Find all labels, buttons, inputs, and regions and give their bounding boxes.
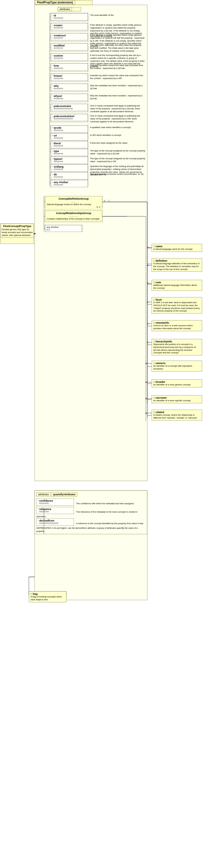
- left-panel: FlextConceptPropType Flexible generic IR…: [1, 223, 34, 238]
- attr-qcode: · qcode · ????????: [51, 125, 88, 133]
- concept-definition: □ definition A natural language definiti…: [152, 258, 202, 272]
- concept-related: □ related A related concept, where the r…: [152, 410, 202, 421]
- attr-modified-desc: The date (and, optionally, the time) whe…: [89, 43, 146, 53]
- attr-uri: · uri · ????????: [51, 133, 88, 141]
- attr-xmllang: · xmllang · ????????: [51, 164, 88, 172]
- svg-marker-77: [35, 233, 36, 235]
- svg-text:1: 1: [108, 199, 110, 202]
- attr-howuri: · howuri · ????????: [51, 73, 88, 81]
- bottom-bag-group: □ bag A bag of existing concepts which e…: [29, 591, 66, 602]
- attr-dir: · dir · ????????: [51, 172, 88, 179]
- left-panel-title: FlextConceptPropType: [2, 225, 33, 227]
- attr-type: · type · ????????: [51, 149, 88, 156]
- attr-dir-desc: The directionality of textual content (e…: [89, 172, 146, 176]
- page-title: FlextPropType (extension): [35, 0, 75, 5]
- attr-pubconstraint-desc: One or many constraints that apply to pu…: [89, 104, 146, 113]
- attr-creator: · creator · ????????: [51, 23, 88, 30]
- attr-pubconstrainturi: · pubconstrainturi · ????????????????: [51, 114, 88, 121]
- attr-pubconstraint: · pubconstraint · ????????????????: [51, 104, 88, 111]
- concept-sameas: □ sameAs An identifier of a concept with…: [152, 361, 202, 372]
- svg-marker-99: [146, 398, 147, 400]
- svg-marker-83: [147, 265, 148, 266]
- attr-creatoruri: · creatoruri · ????????: [51, 33, 88, 40]
- any-other-bottom: any ##other 0 ∞: [45, 225, 82, 232]
- attr-uri-desc: A URI which identifies a concept.: [89, 133, 146, 137]
- main-container: 0 1: [0, 0, 205, 868]
- attr-id: · id · ????????: [51, 13, 88, 21]
- svg-marker-97: [146, 381, 147, 383]
- attr-type-desc: The type of the concept assigned as the …: [89, 149, 146, 156]
- attr-whyuri-desc: Why the metadata has been included - exp…: [89, 94, 146, 101]
- svg-marker-85: [147, 282, 148, 284]
- attr-confidence: · confidence · ????????: [36, 498, 74, 506]
- connector-lines: [0, 0, 205, 868]
- svg-marker-95: [146, 363, 147, 364]
- concept-definition-group: ConceptDefinitionGroup ........ Natural …: [45, 196, 102, 210]
- attr-whyuri: · whyuri · ????????: [51, 94, 88, 101]
- bottom-section: attributes quantifyAttributes · confiden…: [35, 490, 147, 534]
- bottom-attributes-header: attributes: [36, 492, 51, 496]
- attr-typeuri-desc: The type of the concept assigned as the …: [89, 157, 146, 163]
- attributes-header: attributes: [58, 7, 72, 11]
- attr-how-desc: Indicates by which means the value was e…: [89, 63, 146, 70]
- svg-marker-81: [147, 247, 148, 248]
- attr-qcode-desc: A qualified code which identifies a conc…: [89, 125, 146, 129]
- attr-derivedfrom: · derivedfrom · ????????????????: [36, 518, 74, 526]
- attr-modified: · modified · ????????: [51, 43, 88, 51]
- quantify-attributes: quantifyAttributes: [51, 492, 77, 497]
- concept-note: □ note Additional natural language infor…: [152, 280, 202, 291]
- svg-text:0: 0: [104, 199, 106, 202]
- attr-literal: · literal · ????????: [51, 141, 88, 148]
- attr-why: · why · ????????: [51, 84, 88, 91]
- concept-broader: □ broader An identifier of a more generi…: [152, 379, 202, 388]
- svg-marker-5: [34, 233, 35, 235]
- attr-pubconstrainturi-desc: One or many constraints that apply to pu…: [89, 114, 146, 123]
- svg-marker-101: [146, 412, 147, 414]
- attr-typeuri: · typeuri · ????????: [51, 157, 88, 164]
- attr-custom: · custom · ????????: [51, 53, 88, 61]
- concept-narrower: □ narrower An identifier of a more speci…: [152, 395, 202, 403]
- svg-marker-89: [147, 323, 148, 324]
- concept-hierarchyinfo: □ hierarchyInfo Represents the position …: [152, 339, 202, 355]
- concept-name: □ name A natural language name for the c…: [152, 244, 202, 252]
- attr-howuri-desc: Indicates by which means the value was e…: [89, 73, 146, 81]
- concept-facet: □ facet In NAR 1.8 and later, facet is d…: [152, 297, 202, 314]
- concept-remoteinfo: □ remoteInfo A link to an item or a web …: [152, 320, 202, 331]
- attr-any-other: · any ##other · ????????: [51, 180, 88, 187]
- attr-id-desc: The local identifier of the: [89, 13, 146, 17]
- attr-how: · how · ????????: [51, 63, 88, 71]
- attr-why-desc: Why the metadata has been included - exp…: [89, 84, 146, 91]
- attr-literal-desc: A free-text value assigned as the value.: [89, 141, 146, 145]
- svg-marker-87: [147, 301, 148, 303]
- svg-marker-91: [147, 342, 148, 343]
- left-panel-description: Flexible generic IRQ type for freely enc…: [2, 228, 33, 237]
- attr-relevance: · relevance · ????????: [36, 507, 74, 514]
- diagram-svg: 0 1: [0, 0, 205, 868]
- concept-relationships-group: ConceptRelationshipsGroup ..............…: [45, 211, 102, 221]
